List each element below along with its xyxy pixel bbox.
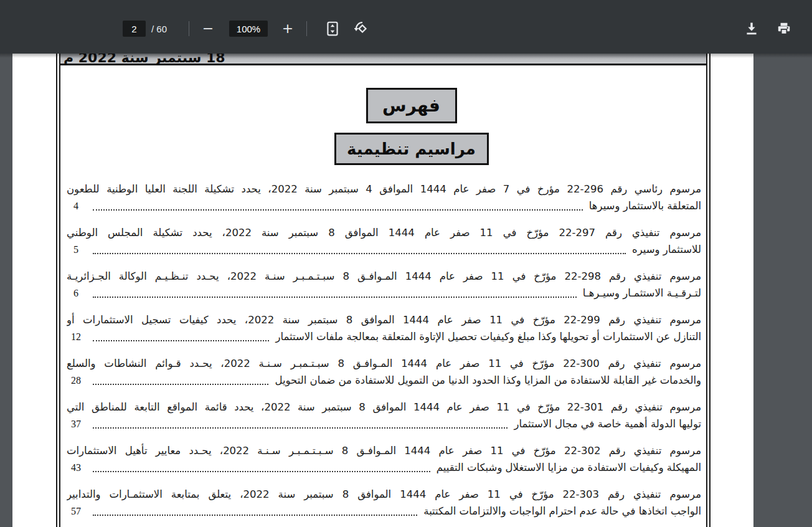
page-running-header: 18 سبتمبر سنة 2022 م <box>60 54 706 65</box>
toc-entry-line2: للاستثمار وسيره <box>632 241 701 258</box>
toc-entry-line2-row: والخدمات غير القابلة للاستفادة من المزاي… <box>67 372 701 389</box>
pdf-toolbar: / 60 − + <box>0 0 812 54</box>
toc-entry: مرسوم تنفيذي رقم 298-22 مؤرّخ في 11 صفر … <box>67 268 701 301</box>
download-icon <box>744 21 760 37</box>
toc-entry-line2-row: المتعلقة بالاستثمار وسيرها 4 <box>67 197 701 214</box>
zoom-out-button[interactable]: − <box>198 19 218 39</box>
toc-entry: مرسوم تنفيذي رقم 299-22 مؤرّخ في 11 صفر … <box>67 311 701 345</box>
rotate-button[interactable] <box>353 19 372 38</box>
document-page: 18 سبتمبر سنة 2022 م فهرس مراسيم تنظيمية… <box>12 54 753 527</box>
dot-leader <box>93 515 417 516</box>
toc-entry-page-number: 37 <box>67 416 85 432</box>
toc-entry-page-number: 43 <box>67 460 85 476</box>
fit-to-page-button[interactable] <box>323 19 342 38</box>
toc-entry-line2: المهيكلة وكيفيات الاستفادة من مزايا الاس… <box>437 459 701 476</box>
toc-entry-page-number: 5 <box>67 242 85 258</box>
toc-entry-line2-row: الواجب اتخاذها في حالة عدم احترام الواجب… <box>67 503 701 520</box>
toc-entry-line1: مرسوم تنفيذي رقم 300-22 مؤرّخ في 11 صفر … <box>67 355 701 372</box>
rotate-counterclockwise-icon <box>354 21 371 37</box>
page-number-input[interactable] <box>123 21 146 37</box>
toc-entry-line2: والخدمات غير القابلة للاستفادة من المزاي… <box>275 372 701 389</box>
toc-entry-page-number: 4 <box>67 198 85 214</box>
toc-entry-line2-row: التنازل عن الاستثمارات أو تحويلها وكذا م… <box>67 328 701 345</box>
toc-entry-line1: مرسوم رئاسي رقم 296-22 مؤرخ في 7 صفر عام… <box>67 181 701 197</box>
print-icon <box>776 21 792 37</box>
dot-leader <box>93 253 626 254</box>
toc-entry-page-number: 57 <box>67 503 85 520</box>
running-header-date: 18 سبتمبر سنة 2022 م <box>64 54 225 65</box>
page-count-label: / 60 <box>151 24 167 34</box>
section-title-box: مراسيم تنظيمية <box>334 133 489 165</box>
toc-entry: مرسوم رئاسي رقم 296-22 مؤرخ في 7 صفر عام… <box>67 181 701 214</box>
toc-entry-line2: لتـرقـيـة الاستثمـار وسيـرهـا <box>583 285 701 301</box>
toc-entry-line1: مرسوم تنفيذي رقم 299-22 مؤرّخ في 11 صفر … <box>67 311 701 328</box>
toc-entry-line2-row: توليها الدولة أهمية خاصة في مجال الاستثم… <box>67 415 701 432</box>
dot-leader <box>93 471 430 472</box>
toc-entries: مرسوم رئاسي رقم 296-22 مؤرخ في 7 صفر عام… <box>67 181 701 520</box>
toc-entry-page-number: 28 <box>67 373 85 389</box>
dot-leader <box>93 340 269 341</box>
download-button[interactable] <box>742 19 761 38</box>
toc-entry-line2: التنازل عن الاستثمارات أو تحويلها وكذا م… <box>275 328 701 345</box>
pdf-viewer[interactable]: 18 سبتمبر سنة 2022 م فهرس مراسيم تنظيمية… <box>0 54 812 527</box>
dot-leader <box>93 427 507 429</box>
toc-title: فهرس <box>382 95 440 116</box>
toolbar-divider <box>189 21 189 36</box>
dot-leader <box>93 297 577 298</box>
toc-entry-line2: المتعلقة بالاستثمار وسيرها <box>589 197 701 214</box>
page-outer-frame: 18 سبتمبر سنة 2022 م فهرس مراسيم تنظيمية… <box>56 54 710 527</box>
toc-entry-line1: مرسوم تنفيذي رقم 303-22 مؤرّخ في 11 صفر … <box>67 486 701 503</box>
toc-entry: مرسوم تنفيذي رقم 300-22 مؤرّخ في 11 صفر … <box>67 355 701 389</box>
toc-entry-line2-row: لتـرقـيـة الاستثمـار وسيـرهـا 6 <box>67 285 701 301</box>
toc-entry-line2: توليها الدولة أهمية خاصة في مجال الاستثم… <box>514 415 701 432</box>
toc-entry-line1: مرسوم تنفيذي رقم 298-22 مؤرّخ في 11 صفر … <box>67 268 701 285</box>
toc-entry: مرسوم تنفيذي رقم 303-22 مؤرّخ في 11 صفر … <box>67 486 701 520</box>
toc-entry: مرسوم تنفيذي رقم 301-22 مؤرّخ في 11 صفر … <box>67 399 701 432</box>
toc-entry-page-number: 6 <box>67 285 85 301</box>
dot-leader <box>93 384 268 385</box>
fit-to-page-icon <box>324 21 341 37</box>
toc-entry: مرسوم تنفيذي رقم 297-22 مؤرّخ في 11 صفر … <box>67 224 701 258</box>
section-title: مراسيم تنظيمية <box>347 140 476 158</box>
toc-entry-line2-row: للاستثمار وسيره 5 <box>67 241 701 258</box>
toc-entry-line1: مرسوم تنفيذي رقم 301-22 مؤرّخ في 11 صفر … <box>67 399 701 415</box>
dot-leader <box>93 209 583 211</box>
toolbar-divider <box>306 21 307 36</box>
toc-entry: مرسوم تنفيذي رقم 302-22 مؤرّخ في 11 صفر … <box>67 442 701 476</box>
zoom-level-input[interactable] <box>229 21 268 37</box>
page-inner-frame: 18 سبتمبر سنة 2022 م فهرس مراسيم تنظيمية… <box>59 54 707 527</box>
zoom-in-button[interactable]: + <box>278 19 298 39</box>
print-button[interactable] <box>775 19 793 38</box>
toc-title-box: فهرس <box>366 88 457 123</box>
toc-entry-line2-row: المهيكلة وكيفيات الاستفادة من مزايا الاس… <box>67 459 701 476</box>
toc-entry-line1: مرسوم تنفيذي رقم 297-22 مؤرّخ في 11 صفر … <box>67 224 701 241</box>
title-boxes: فهرس مراسيم تنظيمية <box>88 88 734 165</box>
toc-entry-line1: مرسوم تنفيذي رقم 302-22 مؤرّخ في 11 صفر … <box>67 442 701 459</box>
toc-entry-page-number: 12 <box>67 329 85 345</box>
toc-entry-line2: الواجب اتخاذها في حالة عدم احترام الواجب… <box>423 503 701 520</box>
